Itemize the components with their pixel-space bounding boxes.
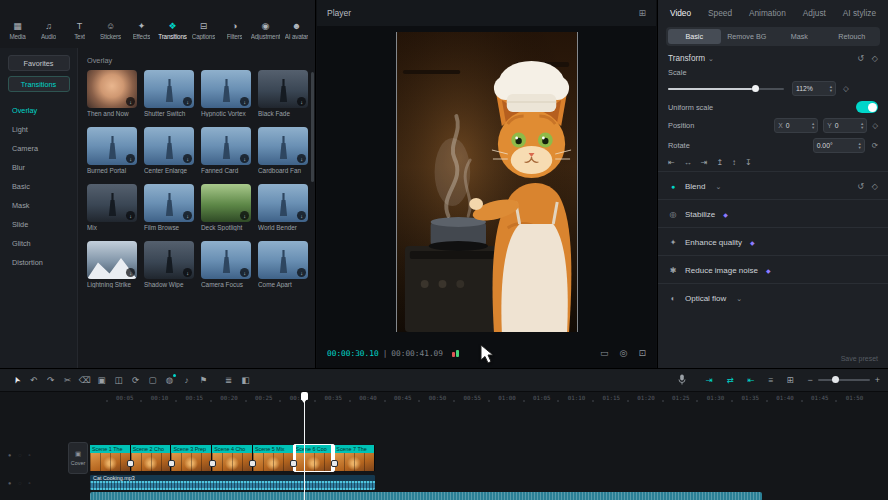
transition-item[interactable]: ↓ Shutter Switch	[144, 70, 194, 117]
transition-thumbnail[interactable]: ↓	[258, 70, 308, 108]
transition-marker[interactable]	[209, 460, 216, 467]
sidebar-category[interactable]: Basic	[0, 177, 77, 196]
audio-clip[interactable]: Cat Cooking.mp3	[90, 475, 375, 490]
video-clip[interactable]: Scene 5 Mix	[253, 445, 294, 471]
transition-thumbnail[interactable]: ↓	[87, 241, 137, 279]
transition-thumbnail[interactable]: ↓	[258, 241, 308, 279]
stepper-icons[interactable]: ▴▾	[812, 122, 814, 129]
toolbar-item[interactable]: ✦ Effects	[126, 21, 157, 40]
video-clip[interactable]: Scene 6 Coo	[294, 445, 335, 471]
inspector-tab[interactable]: Speed	[708, 8, 732, 18]
redo-icon[interactable]: ↷	[42, 375, 59, 385]
transition-item[interactable]: ↓ World Bender	[258, 184, 308, 231]
scale-value-box[interactable]: 112% ▴▾	[792, 81, 836, 96]
transition-item[interactable]: ↓ Deck Spotlight	[201, 184, 251, 231]
zoom-in-icon[interactable]: +	[875, 375, 880, 385]
toolbar-item[interactable]: ◑ Filters	[219, 21, 250, 40]
transition-item[interactable]: ↓ Camera Focus	[201, 241, 251, 288]
snapping-icon[interactable]: ⇤	[740, 375, 761, 385]
inspector-subtab[interactable]: Basic	[668, 29, 721, 44]
sidebar-category[interactable]: Overlay	[0, 101, 77, 120]
sidebar-category[interactable]: Distortion	[0, 253, 77, 272]
reset-icon[interactable]: ↺	[857, 182, 864, 191]
download-icon[interactable]: ↓	[297, 154, 306, 163]
download-icon[interactable]: ↓	[183, 268, 192, 277]
inspector-subtab[interactable]: Retouch	[826, 29, 879, 44]
download-icon[interactable]: ↓	[240, 268, 249, 277]
keyframe-icon[interactable]: ◇	[872, 182, 878, 191]
transition-thumbnail[interactable]: ↓	[144, 184, 194, 222]
render-quality-icon[interactable]	[452, 350, 459, 357]
download-icon[interactable]: ↓	[297, 97, 306, 106]
align-left-icon[interactable]: ⇤	[668, 158, 675, 167]
inspector-tab[interactable]: Video	[670, 8, 691, 18]
transition-item[interactable]: ↓ Shadow Wipe	[144, 241, 194, 288]
sidebar-category[interactable]: Slide	[0, 215, 77, 234]
transition-thumbnail[interactable]: ↓	[87, 127, 137, 165]
transition-thumbnail[interactable]: ↓	[258, 127, 308, 165]
crop-icon[interactable]: ▢	[144, 375, 161, 385]
transition-item[interactable]: ↓ Cardboard Fan	[258, 127, 308, 174]
download-icon[interactable]: ↓	[126, 268, 135, 277]
align-middle-v-icon[interactable]: ↕	[732, 158, 736, 167]
linked-selection-icon[interactable]: ⇄	[719, 375, 740, 385]
transition-thumbnail[interactable]: ↓	[201, 127, 251, 165]
sidebar-pinned-item[interactable]: Favorites	[8, 55, 70, 71]
zoom-slider[interactable]	[818, 379, 870, 381]
transition-thumbnail[interactable]: ↓	[144, 70, 194, 108]
download-icon[interactable]: ↓	[297, 268, 306, 277]
player-stage[interactable]	[317, 26, 656, 338]
download-icon[interactable]: ↓	[183, 97, 192, 106]
inspector-section-row[interactable]: ✱ Reduce image noise ◆	[668, 262, 878, 279]
lock-track-icon[interactable]: ▫	[29, 452, 31, 458]
mute-track-icon[interactable]: ◌	[18, 480, 21, 486]
transition-item[interactable]: ↓ Hypnotic Vortex	[201, 70, 251, 117]
align-right-icon[interactable]: ⇥	[701, 158, 708, 167]
transition-thumbnail[interactable]: ↓	[144, 241, 194, 279]
blend-section-header[interactable]: ● Blend ⌄ ↺ ◇	[668, 178, 878, 195]
transition-marker[interactable]	[168, 460, 175, 467]
zoom-out-icon[interactable]: −	[807, 375, 812, 385]
sidebar-category[interactable]: Glitch	[0, 234, 77, 253]
download-icon[interactable]: ↓	[240, 97, 249, 106]
transform-header[interactable]: Transform ⌄ ↺ ◇	[668, 54, 878, 63]
split-icon[interactable]: ✂	[59, 375, 76, 385]
video-clip[interactable]: Scene 4 Cho	[212, 445, 253, 471]
scale-slider-knob[interactable]	[752, 85, 759, 92]
toolbar-item[interactable]: ◉ Adjustment	[250, 21, 281, 40]
position-x-box[interactable]: X 0 ▴▾	[774, 118, 818, 133]
record-voiceover-icon[interactable]	[678, 371, 686, 389]
download-icon[interactable]: ↓	[126, 211, 135, 220]
toolbar-item[interactable]: ☻ AI avatar	[281, 21, 312, 40]
inspector-subtab[interactable]: Remove BG	[721, 29, 774, 44]
toolbar-item[interactable]: ⊟ Captions	[188, 21, 219, 40]
download-icon[interactable]: ↓	[126, 154, 135, 163]
adjust-clip-icon[interactable]: ◧	[237, 375, 254, 385]
transition-thumbnail[interactable]: ↓	[201, 184, 251, 222]
stepper-icons[interactable]: ▴▾	[861, 122, 863, 129]
transition-marker[interactable]	[249, 460, 256, 467]
transition-item[interactable]: ↓ Center Enlarge	[144, 127, 194, 174]
stepper-icons[interactable]: ▴▾	[830, 85, 832, 92]
transition-marker[interactable]	[127, 460, 134, 467]
ratio-icon[interactable]: ▭	[600, 348, 609, 358]
cover-button[interactable]: ▣ Cover	[68, 442, 88, 474]
track-options-icon[interactable]: ≣	[220, 375, 237, 385]
toolbar-item[interactable]: ▦ Media	[2, 21, 33, 40]
mute-track-icon[interactable]: ◌	[18, 452, 21, 458]
lock-track-icon[interactable]: ▫	[29, 480, 31, 486]
inspector-section-row[interactable]: ✦ Enhance quality ◆	[668, 234, 878, 251]
marker-icon[interactable]: ⚑	[195, 375, 212, 385]
video-preview[interactable]	[396, 32, 578, 332]
transition-item[interactable]: ↓ Black Fade	[258, 70, 308, 117]
transition-item[interactable]: ↓ Burned Portal	[87, 127, 137, 174]
scale-slider[interactable]	[668, 88, 784, 90]
download-icon[interactable]: ↓	[183, 211, 192, 220]
video-clip[interactable]: Scene 7 The	[334, 445, 375, 471]
playhead[interactable]	[304, 392, 305, 500]
extract-audio-icon[interactable]: ♪	[178, 375, 195, 385]
inspector-section-row[interactable]: ◐ Optical flow ◆ ⌄	[668, 290, 878, 307]
toolbar-item[interactable]: T Text	[64, 21, 95, 40]
music-clip[interactable]	[90, 492, 762, 500]
rotate-value-box[interactable]: 0.00° ▴▾	[813, 138, 865, 153]
